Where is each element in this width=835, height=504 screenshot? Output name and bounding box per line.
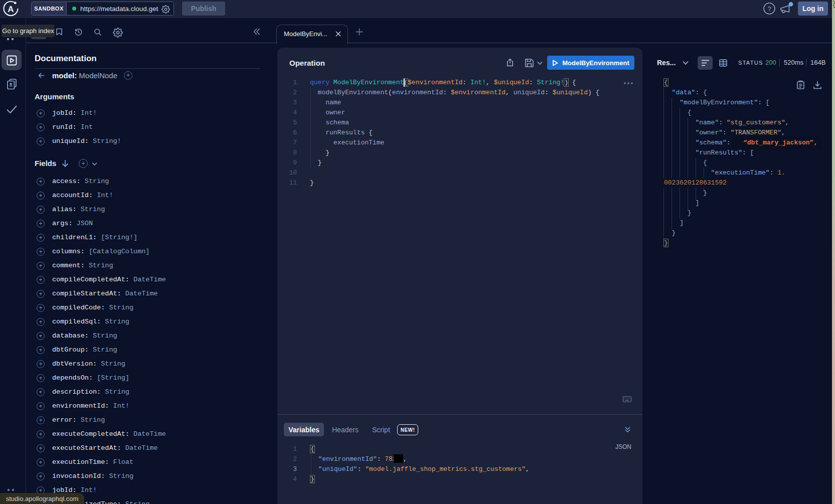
svg-text:A: A bbox=[8, 5, 14, 14]
svg-text:?: ? bbox=[767, 5, 771, 13]
